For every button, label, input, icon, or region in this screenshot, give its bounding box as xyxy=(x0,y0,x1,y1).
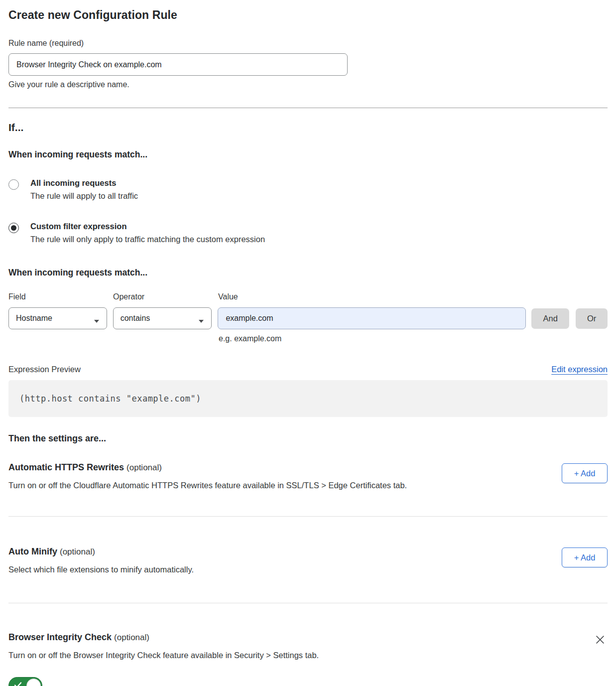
check-icon xyxy=(14,681,22,686)
chevron-down-icon xyxy=(198,316,204,320)
expression-preview-code: (http.host contains "example.com") xyxy=(8,380,608,417)
if-heading: If... xyxy=(8,122,608,134)
rule-name-help: Give your rule a descriptive name. xyxy=(8,80,608,89)
operator-select[interactable]: contains xyxy=(113,307,212,329)
browser-integrity-check-toggle[interactable] xyxy=(8,677,42,686)
field-select[interactable]: Hostname xyxy=(8,307,107,329)
builder-heading: When incoming requests match... xyxy=(8,268,608,278)
radio-option-custom-filter-expression[interactable]: Custom filter expression The rule will o… xyxy=(8,222,608,244)
setting-automatic-https-rewrites: Automatic HTTPS Rewrites (optional) Turn… xyxy=(8,462,608,490)
section-divider xyxy=(8,516,608,517)
and-button[interactable]: And xyxy=(531,308,569,329)
or-button[interactable]: Or xyxy=(576,308,608,329)
match-heading: When incoming requests match... xyxy=(8,149,608,160)
add-automatic-https-rewrites-button[interactable]: + Add xyxy=(562,463,608,483)
setting-description: Turn on or off the Browser Integrity Che… xyxy=(8,651,319,660)
rule-name-input[interactable] xyxy=(8,53,348,76)
setting-title: Automatic HTTPS Rewrites (optional) xyxy=(8,462,407,473)
close-icon xyxy=(595,634,606,645)
radio-label: Custom filter expression xyxy=(30,222,265,231)
radio-dot xyxy=(11,225,16,231)
radio-option-all-incoming-requests[interactable]: All incoming requests The rule will appl… xyxy=(8,178,608,201)
operator-column-label: Operator xyxy=(113,292,218,301)
value-column-label: Value xyxy=(218,292,238,301)
setting-title: Auto Minify (optional) xyxy=(8,547,194,557)
page-title: Create new Configuration Rule xyxy=(8,0,608,22)
setting-auto-minify: Auto Minify (optional) Select which file… xyxy=(8,547,608,574)
chevron-down-icon xyxy=(94,316,100,320)
section-divider xyxy=(8,108,608,108)
then-heading: Then the settings are... xyxy=(8,433,608,444)
value-hint: e.g. example.com xyxy=(219,334,608,343)
expression-preview-label: Expression Preview xyxy=(8,365,81,374)
add-auto-minify-button[interactable]: + Add xyxy=(562,548,608,567)
radio-description: The rule will only apply to traffic matc… xyxy=(30,235,265,244)
setting-browser-integrity-check: Browser Integrity Check (optional) Turn … xyxy=(8,632,608,686)
setting-name: Automatic HTTPS Rewrites xyxy=(8,462,124,472)
field-select-value: Hostname xyxy=(16,314,52,323)
create-configuration-rule-page: Create new Configuration Rule Rule name … xyxy=(0,0,616,686)
field-column-label: Field xyxy=(8,292,113,301)
edit-expression-link[interactable]: Edit expression xyxy=(551,365,608,374)
radio-description: The rule will apply to all traffic xyxy=(30,191,138,201)
radio-button-unselected[interactable] xyxy=(8,179,19,190)
operator-select-value: contains xyxy=(121,314,150,323)
setting-optional-tag: (optional) xyxy=(126,463,162,472)
setting-name: Auto Minify xyxy=(8,547,57,556)
setting-description: Turn on or off the Cloudflare Automatic … xyxy=(8,481,407,490)
setting-description: Select which file extensions to minify a… xyxy=(8,565,194,574)
setting-optional-tag: (optional) xyxy=(114,633,149,642)
value-input[interactable] xyxy=(218,307,526,329)
setting-title: Browser Integrity Check (optional) xyxy=(8,632,319,643)
rule-name-label: Rule name (required) xyxy=(8,39,608,48)
radio-button-selected[interactable] xyxy=(8,223,19,233)
toggle-knob[interactable] xyxy=(26,679,41,686)
setting-optional-tag: (optional) xyxy=(60,547,95,556)
setting-name: Browser Integrity Check xyxy=(8,632,112,642)
section-divider xyxy=(8,603,608,603)
remove-setting-button[interactable] xyxy=(593,632,608,649)
radio-label: All incoming requests xyxy=(30,178,138,188)
